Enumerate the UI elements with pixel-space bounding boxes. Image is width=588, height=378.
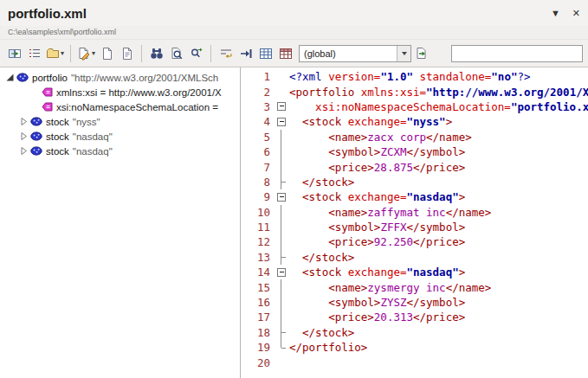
token-attr: xsi:noNamespaceSchemaLocation=: [315, 100, 511, 113]
code-line[interactable]: 16 <symbol>ZYSZ</symbol>: [241, 295, 588, 310]
dropdown-arrow-icon[interactable]: ▾: [61, 49, 64, 57]
word-wrap-button[interactable]: [216, 43, 236, 64]
expand-arrow-icon[interactable]: [19, 131, 30, 141]
find-next-button[interactable]: [186, 43, 206, 64]
code-line[interactable]: 7 <price>28.875</price>: [241, 159, 588, 174]
element-icon: [30, 131, 42, 141]
code-line[interactable]: 4 <stock exchange="nyss">: [241, 114, 588, 129]
tree-item[interactable]: xsi:noNamespaceSchemaLocation =: [0, 99, 240, 114]
line-number: 10: [241, 206, 275, 219]
line-number: 16: [241, 296, 275, 309]
token-attr: version=: [328, 70, 380, 83]
token-tag: <name>: [328, 131, 367, 144]
grid-view-button[interactable]: [255, 43, 275, 64]
token-pi: <?xml: [289, 70, 328, 83]
scope-combobox[interactable]: (global): [299, 45, 411, 62]
code-line[interactable]: 17 <price>20.313</price>: [241, 310, 588, 324]
table-view-button[interactable]: [275, 43, 295, 64]
edit-document-button[interactable]: ▾: [75, 43, 97, 64]
tree-item[interactable]: xmlns:xsi = http://www.w3.org/2001/X: [0, 85, 240, 99]
tree-item[interactable]: stock"nasdaq": [0, 129, 240, 144]
code-line[interactable]: 3 xsi:noNamespaceSchemaLocation="portfol…: [241, 99, 588, 114]
code-text: <symbol>ZCXM</symbol>: [288, 145, 465, 158]
expand-arrow-icon[interactable]: [19, 117, 30, 126]
tree-item[interactable]: portfolio"http://www.w3.org/2001/XMLSch: [0, 70, 240, 85]
code-line[interactable]: 13 </stock>: [241, 250, 588, 265]
token-content: 28.875: [374, 161, 413, 174]
folder-open-button[interactable]: ▾: [44, 43, 66, 64]
code-line[interactable]: 11 <symbol>ZFFX</symbol>: [241, 220, 588, 234]
code-editor[interactable]: 1<?xml version="1.0" standalone="no"?>2<…: [241, 67, 588, 378]
code-text: <portfolio xmlns:xsi="http://www.w3.org/…: [288, 86, 588, 99]
new-document-button[interactable]: [97, 43, 117, 64]
line-number: 20: [241, 356, 275, 369]
line-number: 11: [241, 221, 275, 234]
element-icon: [30, 146, 42, 156]
code-line[interactable]: 6 <symbol>ZCXM</symbol>: [241, 144, 588, 159]
fold-guide: [275, 234, 288, 249]
find-button[interactable]: [146, 43, 166, 64]
line-number: 1: [241, 70, 275, 83]
line-number: 5: [241, 131, 275, 144]
token-content: zacx corp: [367, 131, 426, 144]
code-line[interactable]: 10 <name>zaffymat inc</name>: [241, 205, 588, 220]
code-text: <symbol>ZYSZ</symbol>: [288, 296, 465, 309]
code-line[interactable]: 15 <name>zysmergy inc</name>: [241, 279, 588, 294]
token-val: "http://www.w3.org/2001/XMLSchema-instan…: [426, 86, 588, 99]
combo-dropdown-button[interactable]: [397, 46, 410, 61]
fold-guide: [275, 130, 288, 144]
token-tag: </stock>: [302, 251, 354, 264]
code-line[interactable]: 8 </stock>: [241, 175, 588, 189]
save-document-button[interactable]: [117, 43, 137, 64]
window-menu-icon[interactable]: ▼: [551, 9, 560, 18]
code-line[interactable]: 20: [241, 355, 588, 369]
tree-item[interactable]: stock"nyss": [0, 114, 240, 129]
tree-item-label: xmlns:xsi = http://www.w3.org/2001/X: [56, 87, 222, 98]
fold-toggle-icon[interactable]: [275, 265, 288, 279]
panes-sync-button[interactable]: [4, 43, 24, 64]
main-area: portfolio"http://www.w3.org/2001/XMLSchx…: [0, 67, 588, 378]
tree-panel[interactable]: portfolio"http://www.w3.org/2001/XMLSchx…: [0, 67, 240, 378]
tree-item-label: stock: [46, 131, 69, 142]
code-line[interactable]: 14 <stock exchange="nasdaq">: [241, 265, 588, 279]
tree-item[interactable]: stock"nasdaq": [0, 144, 240, 158]
close-icon[interactable]: ✕: [572, 9, 580, 18]
fold-toggle-icon[interactable]: [275, 99, 288, 114]
code-line[interactable]: 2<portfolio xmlns:xsi="http://www.w3.org…: [241, 84, 588, 99]
token-val: "1.0": [380, 70, 413, 83]
apply-scope-button[interactable]: [411, 43, 431, 64]
token-tag: </name>: [446, 206, 492, 219]
fold-toggle-icon[interactable]: [275, 114, 288, 129]
code-line[interactable]: 19</portfolio>: [241, 340, 588, 355]
line-number: 12: [241, 235, 275, 248]
line-number: 7: [241, 161, 275, 174]
collapse-arrow-icon[interactable]: [5, 73, 16, 82]
fold-guide: [275, 205, 288, 220]
code-text: <stock exchange="nasdaq">: [288, 190, 465, 203]
token-content: zysmergy inc: [367, 281, 445, 294]
code-line[interactable]: 5 <name>zacx corp</name>: [241, 130, 588, 144]
token-tag: </name>: [426, 131, 472, 144]
line-numbers-button[interactable]: [24, 43, 44, 64]
token-val: "nasdaq": [406, 266, 458, 279]
toolbar-separator: [210, 45, 211, 62]
line-number: 8: [241, 176, 275, 189]
code-line[interactable]: 12 <price>92.250</price>: [241, 234, 588, 249]
find-next-icon: [190, 47, 204, 61]
code-text: xsi:noNamespaceSchemaLocation="portfolio…: [288, 100, 588, 113]
toolbar-search-input[interactable]: [451, 45, 583, 62]
fold-guide: [275, 159, 288, 174]
dropdown-arrow-icon[interactable]: ▾: [92, 49, 95, 57]
fold-toggle-icon[interactable]: [275, 189, 288, 204]
token-content: ZYSZ: [380, 296, 406, 309]
goto-definition-button[interactable]: [236, 43, 255, 64]
code-line[interactable]: 18 </stock>: [241, 325, 588, 340]
code-line[interactable]: 1<?xml version="1.0" standalone="no"?>: [241, 69, 588, 84]
expand-arrow-icon[interactable]: [19, 146, 30, 156]
code-text: </stock>: [288, 326, 354, 339]
toolbar: ▾▾ (global): [0, 39, 588, 67]
code-line[interactable]: 9 <stock exchange="nasdaq">: [241, 189, 588, 204]
line-number: 18: [241, 326, 275, 339]
token-tag: <portfolio: [289, 86, 361, 99]
find-in-document-button[interactable]: [166, 43, 186, 64]
